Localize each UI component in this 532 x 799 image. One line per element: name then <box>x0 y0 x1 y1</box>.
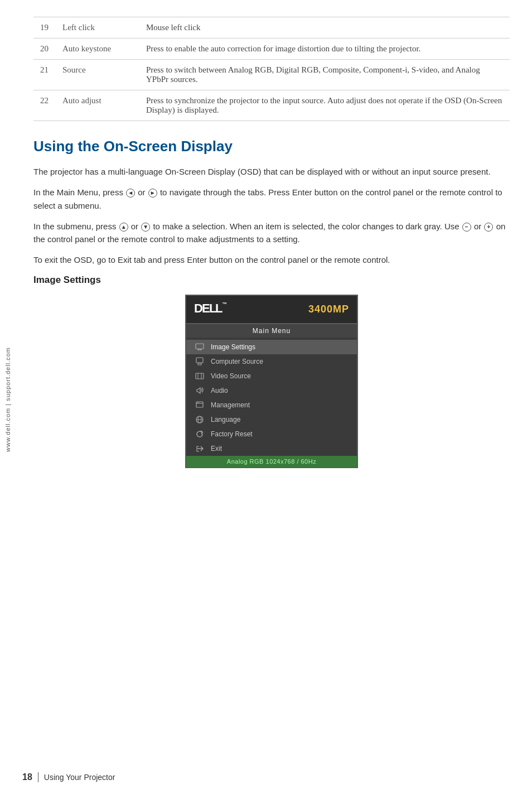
osd-item-exit[interactable]: Exit <box>186 441 357 456</box>
row-description: Press to enable the auto correction for … <box>139 38 510 60</box>
paragraph-2: In the Main Menu, press ◄ or ► to naviga… <box>33 186 510 212</box>
table-row: 21 Source Press to switch between Analog… <box>33 60 510 90</box>
osd-item-audio[interactable]: Audio <box>186 383 357 398</box>
osd-footer: Analog RGB 1024x768 / 60Hz <box>186 456 357 467</box>
osd-menu: D E L L ™ 3400MP Main Menu <box>185 295 358 468</box>
table-row: 20 Auto keystone Press to enable the aut… <box>33 38 510 60</box>
osd-item-image-settings[interactable]: Image Settings <box>186 340 357 354</box>
paragraph-1: The projector has a multi-language On-Sc… <box>33 165 510 178</box>
row-number: 19 <box>33 17 56 38</box>
svg-point-17 <box>199 402 199 402</box>
section-heading: Using the On-Screen Display <box>33 138 510 155</box>
table-row: 22 Auto adjust Press to synchronize the … <box>33 90 510 121</box>
osd-item-icon-0 <box>194 343 205 352</box>
nav-icon-left: ◄ <box>126 189 135 198</box>
svg-rect-9 <box>196 358 203 363</box>
row-label: Left click <box>56 17 139 38</box>
svg-text:™: ™ <box>222 301 226 307</box>
osd-item-management[interactable]: Management <box>186 398 357 412</box>
paragraph-4: To exit the OSD, go to Exit tab and pres… <box>33 253 510 266</box>
osd-header: D E L L ™ 3400MP <box>186 296 357 324</box>
paragraph-3: In the submenu, press ▲ or ▼ to make a s… <box>33 220 510 246</box>
svg-point-16 <box>197 402 197 402</box>
osd-item-icon-6 <box>194 430 205 439</box>
page-number: 18 <box>22 772 32 782</box>
osd-item-label: Exit <box>211 445 222 453</box>
nav-icon-up: ▲ <box>119 223 128 232</box>
osd-item-icon-3 <box>194 386 205 395</box>
nav-icon-right: ► <box>148 189 157 198</box>
osd-item-label: Language <box>211 416 240 423</box>
osd-item-label: Audio <box>211 387 228 394</box>
row-number: 20 <box>33 38 56 60</box>
osd-item-video-source[interactable]: Video Source <box>186 369 357 383</box>
svg-rect-11 <box>196 373 204 379</box>
osd-item-label: Factory Reset <box>211 430 253 438</box>
row-label: Auto adjust <box>56 90 139 121</box>
sidebar-text: www.dell.com | support.dell.com <box>4 347 11 452</box>
page-footer: 18 Using Your Projector <box>22 772 115 782</box>
sub-heading: Image Settings <box>33 275 510 286</box>
reference-table: 19 Left click Mouse left click 20 Auto k… <box>33 17 510 121</box>
osd-item-icon-7 <box>194 444 205 453</box>
osd-image-container: D E L L ™ 3400MP Main Menu <box>33 295 510 468</box>
osd-item-label: Video Source <box>211 372 251 380</box>
osd-items: Image Settings Computer Source Video Sou… <box>186 340 357 456</box>
osd-item-factory-reset[interactable]: Factory Reset <box>186 427 357 441</box>
svg-text:E: E <box>202 301 210 315</box>
row-number: 21 <box>33 60 56 90</box>
osd-item-icon-2 <box>194 372 205 381</box>
row-description: Mouse left click <box>139 17 510 38</box>
sidebar: www.dell.com | support.dell.com <box>0 0 16 799</box>
row-label: Auto keystone <box>56 38 139 60</box>
svg-rect-5 <box>196 344 204 349</box>
osd-item-icon-4 <box>194 401 205 410</box>
osd-item-icon-1 <box>194 357 205 366</box>
footer-label: Using Your Projector <box>44 773 115 782</box>
plus-icon: + <box>484 223 493 232</box>
nav-icon-down: ▼ <box>141 223 150 232</box>
svg-rect-10 <box>198 363 201 365</box>
osd-item-label: Image Settings <box>211 343 255 351</box>
main-content: 19 Left click Mouse left click 20 Auto k… <box>22 0 532 507</box>
osd-item-computer-source[interactable]: Computer Source <box>186 354 357 369</box>
osd-item-label: Management <box>211 401 250 409</box>
row-number: 22 <box>33 90 56 121</box>
osd-model: 3400MP <box>308 304 349 315</box>
osd-main-menu-label: Main Menu <box>186 324 357 338</box>
svg-text:D: D <box>194 301 202 315</box>
row-label: Source <box>56 60 139 90</box>
row-description: Press to synchronize the projector to th… <box>139 90 510 121</box>
minus-icon: − <box>462 223 471 232</box>
row-description: Press to switch between Analog RGB, Digi… <box>139 60 510 90</box>
footer-divider <box>38 772 38 782</box>
osd-item-icon-5 <box>194 415 205 424</box>
osd-item-language[interactable]: Language <box>186 412 357 427</box>
body-paragraphs: The projector has a multi-language On-Sc… <box>33 165 510 267</box>
table-row: 19 Left click Mouse left click <box>33 17 510 38</box>
osd-logo: D E L L ™ <box>194 300 228 319</box>
osd-item-label: Computer Source <box>211 358 263 365</box>
